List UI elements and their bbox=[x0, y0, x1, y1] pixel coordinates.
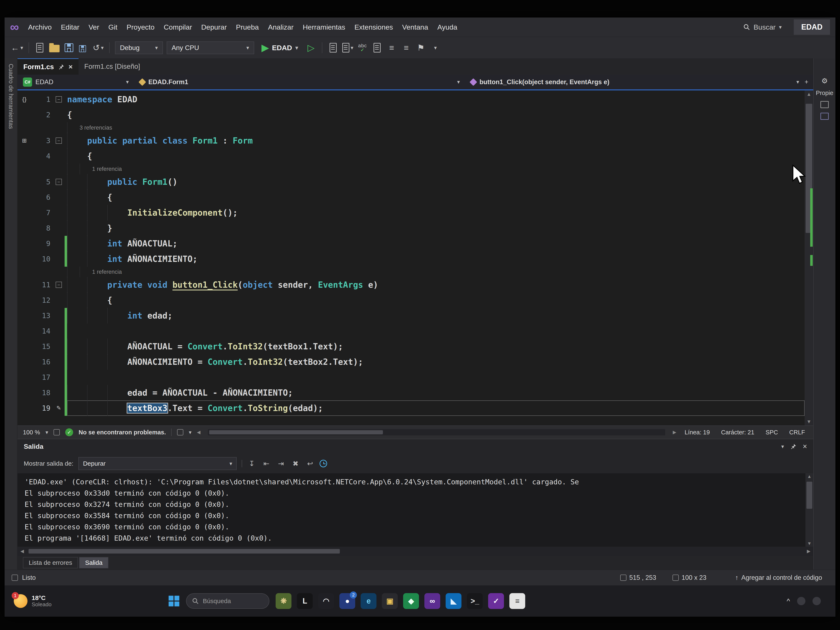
indent-right-icon[interactable]: ⇥ bbox=[276, 459, 286, 468]
menu-item-herramientas[interactable]: Herramientas bbox=[298, 21, 350, 34]
scroll-right-icon[interactable]: ▶ bbox=[807, 548, 810, 554]
code-line[interactable]: 2{ bbox=[17, 107, 805, 123]
scroll-up-icon[interactable]: ▲ bbox=[807, 474, 812, 479]
menu-item-git[interactable]: Git bbox=[104, 21, 122, 34]
fold-marker[interactable]: – bbox=[53, 137, 65, 144]
code-line[interactable]: 19✎textBox3.Text = Convert.ToString(edad… bbox=[17, 400, 805, 416]
scrollbar-thumb[interactable] bbox=[28, 549, 340, 554]
code-line[interactable]: 18edad = AÑOACTUAL - AÑONACIMIENTO; bbox=[17, 385, 805, 400]
scroll-down-icon[interactable]: ▼ bbox=[807, 541, 812, 546]
fold-marker[interactable]: – bbox=[53, 179, 65, 185]
scroll-up-icon[interactable]: ▲ bbox=[805, 91, 813, 97]
green-app-icon[interactable]: ◆ bbox=[403, 593, 419, 609]
scroll-down-icon[interactable]: ▼ bbox=[805, 419, 813, 425]
garden-app-icon[interactable]: ❋ bbox=[276, 593, 292, 609]
terminal-app-icon[interactable]: >_ bbox=[467, 593, 483, 609]
member-dropdown[interactable]: button1_Click(object sender, EventArgs e… bbox=[465, 74, 796, 89]
menu-item-ver[interactable]: Ver bbox=[84, 21, 104, 34]
code-line[interactable]: 10int AÑONACIMIENTO; bbox=[17, 251, 805, 267]
collapse-icon[interactable]: – bbox=[55, 179, 62, 185]
line-indicator[interactable]: Línea: 19 bbox=[682, 429, 713, 436]
show-all-files-button[interactable]: ▾ bbox=[342, 42, 353, 54]
menu-item-proyecto[interactable]: Proyecto bbox=[122, 21, 159, 34]
start-button[interactable] bbox=[168, 595, 180, 607]
column-indicator[interactable]: Carácter: 21 bbox=[718, 429, 757, 436]
tray-icon[interactable] bbox=[813, 597, 821, 605]
tab-error-list[interactable]: Lista de errores bbox=[23, 557, 78, 568]
code-line[interactable]: ⊞3–public partial class Form1 : Form bbox=[17, 133, 805, 148]
visual-studio-icon[interactable]: ∞ bbox=[425, 593, 440, 609]
collapse-icon[interactable]: – bbox=[55, 282, 62, 288]
editor-vertical-scrollbar[interactable]: ▲ ▼ bbox=[805, 90, 813, 425]
codelens-row[interactable]: 3 referencias bbox=[17, 123, 805, 133]
window-icon[interactable] bbox=[820, 101, 829, 108]
spaces-indicator[interactable]: SPC bbox=[763, 429, 781, 436]
save-all-button[interactable] bbox=[78, 42, 89, 54]
tray-icon[interactable] bbox=[797, 597, 805, 605]
weather-widget[interactable]: 1 18°C Soleado bbox=[5, 594, 52, 608]
menu-item-extensiones[interactable]: Extensiones bbox=[350, 21, 398, 34]
toolbox-panel-tab[interactable]: Cuadro de herramientas bbox=[5, 58, 17, 570]
solution-platform-combo[interactable]: Any CPU ▾ bbox=[167, 41, 254, 54]
code-line[interactable]: 8} bbox=[17, 220, 805, 236]
code-line[interactable]: 13int edad; bbox=[17, 308, 805, 323]
start-debugging-button[interactable]: ▶ EDAD ▾ bbox=[258, 41, 302, 54]
explorer-icon[interactable]: ▣ bbox=[382, 593, 398, 609]
source-control-button[interactable]: ↑ Agregar al control de código bbox=[735, 574, 822, 581]
word-wrap-icon[interactable]: ↩ bbox=[305, 459, 314, 468]
menu-item-prueba[interactable]: Prueba bbox=[232, 21, 264, 34]
comment-button[interactable] bbox=[372, 42, 382, 54]
code-editor[interactable]: {}1–namespace EDAD2{3 referencias⊞3–publ… bbox=[17, 90, 813, 425]
codelens-label[interactable]: 3 referencias bbox=[67, 123, 805, 133]
project-dropdown[interactable]: C# EDAD ▾ bbox=[17, 74, 134, 89]
menu-item-compilar[interactable]: Compilar bbox=[159, 21, 197, 34]
output-horizontal-scrollbar[interactable]: ◀ ▶ bbox=[17, 547, 813, 556]
edge-icon[interactable]: e bbox=[361, 593, 376, 609]
scrollbar-thumb[interactable] bbox=[209, 430, 383, 434]
codelens-label[interactable]: 1 referencia bbox=[67, 267, 805, 277]
scroll-left-icon[interactable]: ◀ bbox=[21, 548, 24, 554]
navigate-back-button[interactable]: ←▾ bbox=[11, 42, 23, 54]
code-line[interactable]: 12{ bbox=[17, 292, 805, 308]
close-icon[interactable]: × bbox=[803, 442, 807, 451]
chat-app-icon[interactable]: ●2 bbox=[339, 593, 355, 609]
chevron-down-icon[interactable]: ▾ bbox=[781, 443, 784, 450]
pin-icon[interactable] bbox=[58, 64, 65, 70]
vscode-icon[interactable]: ◣ bbox=[445, 593, 461, 609]
output-source-combo[interactable]: Depurar ▾ bbox=[78, 457, 237, 470]
split-window-icon[interactable]: + bbox=[805, 78, 808, 86]
type-dropdown[interactable]: EDAD.Form1 ▾ bbox=[134, 74, 465, 89]
menu-item-ayuda[interactable]: Ayuda bbox=[433, 21, 462, 34]
menu-item-ventana[interactable]: Ventana bbox=[398, 21, 433, 34]
menu-item-archivo[interactable]: Archivo bbox=[24, 21, 56, 34]
code-line[interactable]: 6{ bbox=[17, 189, 805, 205]
clear-all-icon[interactable]: ✖ bbox=[291, 459, 300, 468]
search-control[interactable]: Buscar ▾ bbox=[738, 21, 787, 33]
scrollbar-thumb[interactable] bbox=[807, 482, 812, 509]
editor-horizontal-scrollbar[interactable] bbox=[208, 429, 665, 436]
window-icon[interactable] bbox=[820, 113, 829, 120]
tab-form1-cs[interactable]: Form1.cs × bbox=[17, 58, 79, 74]
gear-icon[interactable]: ⚙ bbox=[821, 77, 828, 85]
menu-item-editar[interactable]: Editar bbox=[56, 21, 84, 34]
output-vertical-scrollbar[interactable]: ▲ ▼ bbox=[805, 473, 813, 547]
goto-message-icon[interactable]: ↧ bbox=[247, 459, 256, 468]
background-tasks-icon[interactable] bbox=[12, 575, 18, 581]
menu-item-depurar[interactable]: Depurar bbox=[197, 21, 232, 34]
toolbar-overflow-button[interactable]: ▾ bbox=[430, 42, 441, 54]
codelens-label[interactable]: 1 referencia bbox=[67, 164, 805, 174]
visual-studio-logo-icon[interactable]: ∞ bbox=[10, 21, 19, 33]
open-file-button[interactable] bbox=[49, 42, 60, 54]
pin-icon[interactable] bbox=[790, 443, 796, 450]
undo-button[interactable]: ↺▾ bbox=[93, 42, 104, 54]
zoom-level[interactable]: 100 % bbox=[23, 429, 40, 436]
notes-app-icon[interactable]: ≡ bbox=[509, 593, 525, 609]
fold-marker[interactable]: – bbox=[53, 96, 65, 103]
collapse-icon[interactable]: – bbox=[55, 137, 62, 144]
spell-check-button[interactable]: abc✓ bbox=[357, 42, 368, 54]
split-view-icon[interactable] bbox=[177, 429, 183, 436]
eol-indicator[interactable]: CRLF bbox=[786, 429, 808, 436]
close-icon[interactable]: × bbox=[68, 63, 73, 71]
save-button[interactable] bbox=[63, 42, 74, 54]
swirl-app-icon[interactable]: ◠ bbox=[318, 593, 334, 609]
